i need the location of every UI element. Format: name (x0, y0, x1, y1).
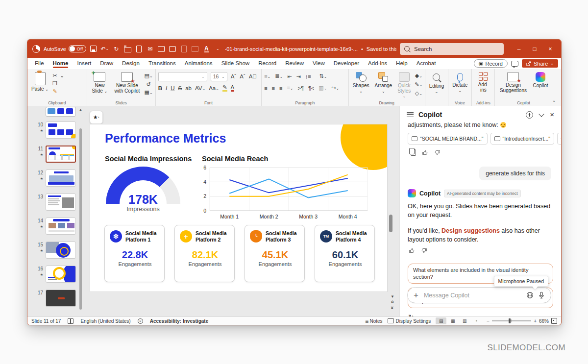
scrollbar-thumb[interactable] (79, 128, 82, 310)
normal-view-button[interactable]: ▤ (436, 317, 446, 324)
highlight-icon[interactable]: ✎ (222, 85, 227, 92)
tab-animations[interactable]: Animations (180, 59, 217, 68)
tab-acrobat[interactable]: Acrobat (412, 59, 441, 68)
scroll-up-arrow[interactable]: ▲ (79, 108, 82, 111)
zoom-level[interactable]: 66% (539, 318, 549, 324)
thumbs-down-icon[interactable] (421, 247, 427, 254)
bullets-icon[interactable]: ≡⌄ (264, 73, 270, 80)
new-file-icon[interactable] (135, 45, 143, 53)
more-references-chip[interactable]: +15 (557, 133, 562, 145)
quick-print-icon[interactable] (157, 45, 165, 53)
autosave-toggle[interactable]: AutoSave Off (44, 45, 86, 52)
designer-button[interactable]: ★⋅ (90, 111, 103, 124)
smartart-icon[interactable]: ↪⌄ (331, 85, 339, 92)
font-color-icon[interactable]: A (231, 85, 235, 92)
dictate-button[interactable]: Dictate⌄ (451, 72, 469, 94)
next-slide-button[interactable]: » (391, 306, 395, 309)
slide-thumbnail-15[interactable]: 15★ (34, 242, 84, 259)
strikethrough-icon[interactable]: S (178, 85, 182, 91)
language-status[interactable]: English (United States) (80, 318, 130, 324)
slide-title[interactable]: Performance Metrics (105, 131, 226, 146)
message-copilot-input[interactable] (423, 291, 522, 299)
addins-button[interactable]: Add-ins (474, 72, 492, 93)
format-painter-icon[interactable]: ✎ (52, 88, 57, 94)
slide-thumbnail-16[interactable]: 16★ (34, 266, 84, 283)
display-settings-button[interactable]: Display Settings (388, 318, 431, 324)
ltr-icon[interactable]: >¶ (298, 85, 304, 91)
tab-design[interactable]: Design (118, 59, 144, 68)
previous-slide-button[interactable]: » (391, 301, 395, 303)
design-suggestions-button[interactable]: ★ Design Suggestions (497, 72, 529, 94)
globe-icon[interactable] (526, 291, 534, 299)
tab-insert[interactable]: Insert (73, 59, 96, 68)
zoom-slider-thumb[interactable] (509, 318, 511, 323)
tab-draw[interactable]: Draw (96, 59, 118, 68)
open-icon[interactable] (123, 45, 131, 53)
copilot-menu-icon[interactable] (407, 112, 414, 117)
platform-card-3[interactable]: ╰ Social Media Platform 3 45.1K Engageme… (245, 225, 305, 282)
italic-icon[interactable]: I (166, 85, 167, 91)
collapse-ribbon-chevron[interactable]: ⌄ (552, 97, 556, 103)
arrange-button[interactable]: Arrange⌄ (373, 72, 394, 95)
fit-to-window-icon[interactable] (551, 318, 557, 324)
slideshow-view-button[interactable]: ▫ (471, 317, 482, 324)
decrease-indent-icon[interactable]: ⇤ (287, 73, 292, 79)
platform-card-4[interactable]: TM Social Media Platform 4 60.1K Engagem… (315, 225, 375, 282)
reset-slide-icon[interactable]: ↺ (146, 81, 150, 87)
undo-icon[interactable]: ↶⌄ (101, 45, 109, 53)
slide-thumbnail-13[interactable]: 13★ (34, 194, 84, 211)
record-button[interactable]: ◉Record (474, 59, 508, 68)
search-box[interactable] (400, 43, 504, 55)
tab-file[interactable]: File (30, 59, 49, 68)
slide-thumbnail-17[interactable]: 17★ (34, 290, 84, 307)
save-icon[interactable] (90, 45, 98, 53)
editing-button[interactable]: Editing⌄ (428, 72, 446, 95)
copy-icon[interactable]: ❐ (52, 80, 57, 86)
section-icon[interactable]: ▦⌄ (145, 89, 153, 96)
shape-fill-icon[interactable]: ◆⌄ (415, 73, 422, 79)
tab-developer[interactable]: Developer (329, 59, 364, 68)
numbering-icon[interactable]: ≣⌄ (275, 73, 283, 80)
minimize-button[interactable]: – (512, 46, 526, 52)
tab-view[interactable]: View (308, 59, 329, 68)
slide-thumbnail-12[interactable]: 12★ (34, 170, 84, 187)
change-case-icon[interactable]: Aa⌄ (209, 85, 219, 91)
bold-icon[interactable]: B (158, 85, 162, 91)
thumbs-up-icon[interactable] (409, 247, 415, 254)
add-content-icon[interactable]: + (414, 291, 418, 300)
zoom-in-button[interactable]: + (534, 318, 537, 324)
copilot-input-box[interactable]: + (407, 287, 551, 303)
columns-icon[interactable]: ▥⌄ (318, 85, 327, 92)
comments-icon[interactable] (511, 61, 518, 67)
slide-thumbnail-14[interactable]: 14★ (34, 218, 84, 235)
tab-add-ins[interactable]: Add-ins (364, 59, 392, 68)
slide-layout-icon[interactable]: ▤⌄ (145, 73, 153, 79)
zoom-out-button[interactable]: − (487, 318, 490, 324)
close-button[interactable]: × (543, 46, 557, 52)
underline-icon[interactable]: U (171, 85, 174, 91)
paste-button[interactable]: Paste ⌄ (30, 72, 50, 93)
slide-thumbnail-9-partial[interactable] (34, 107, 84, 117)
redo-icon[interactable]: ↻ (112, 45, 120, 53)
platform-card-2[interactable]: + Social Media Platform 2 82.1K Engageme… (174, 225, 235, 282)
tab-transitions[interactable]: Transitions (144, 59, 180, 68)
customize-toolbar-icon[interactable]: ⌄ (214, 45, 221, 53)
share-button[interactable]: Share⌄ (522, 59, 558, 68)
design-suggestions-link[interactable]: Design suggestions (441, 227, 500, 234)
shape-outline-icon[interactable]: ✎⌄ (415, 81, 422, 88)
increase-font-icon[interactable]: Aˆ (231, 73, 237, 79)
tab-home[interactable]: Home (49, 59, 73, 68)
new-slide-with-copilot-button[interactable]: ★ New Slide with Copilot (112, 72, 142, 94)
align-left-icon[interactable]: ≡ (264, 85, 267, 91)
line-spacing-icon[interactable]: ↕≡ (305, 73, 311, 79)
tab-review[interactable]: Review (281, 59, 308, 68)
increase-indent-icon[interactable]: ⇥ (296, 73, 300, 79)
align-center-icon[interactable]: ≡ (272, 85, 275, 91)
impressions-heading[interactable]: Social Media Impressions (105, 155, 192, 163)
thumbs-down-icon[interactable] (434, 149, 441, 156)
paste-options-chevron[interactable]: ⌄ (60, 73, 64, 78)
font-size-select[interactable]: 16⌄ (211, 72, 227, 81)
maximize-button[interactable]: □ (528, 46, 541, 52)
notes-button[interactable]: ☰ Notes (365, 318, 383, 324)
spellcheck-icon[interactable] (68, 318, 74, 324)
